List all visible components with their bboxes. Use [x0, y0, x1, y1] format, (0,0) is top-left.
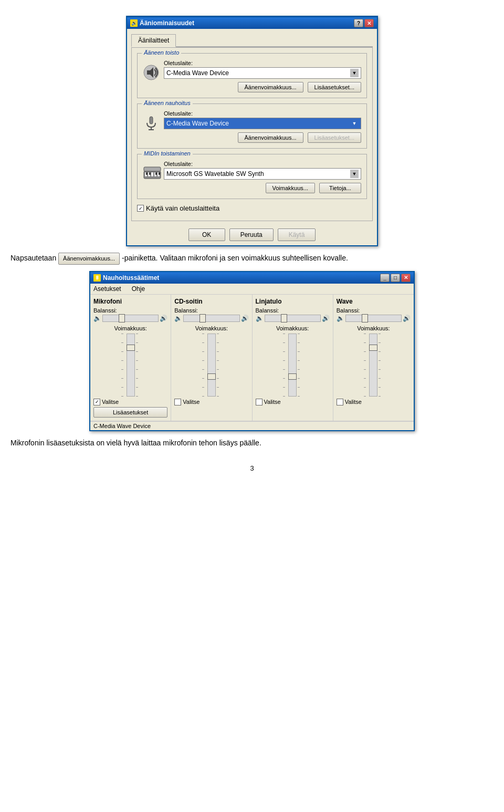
- tick-mark: [121, 396, 123, 397]
- recording-volume-button[interactable]: Äänenvoimakkuus...: [238, 132, 303, 143]
- midi-volume-button[interactable]: Voimakkuus...: [266, 183, 315, 193]
- tick-mark: [298, 342, 300, 343]
- volume-label: Voimakkuus:: [357, 325, 390, 331]
- group-midi: MIDIn toistaminen: [137, 154, 367, 199]
- group-recording: Ääneen nauhoitus Oletusla: [137, 103, 367, 149]
- volume-thumb: [207, 373, 216, 380]
- tick-mark: [298, 378, 300, 379]
- channel-checkbox[interactable]: [93, 399, 100, 405]
- tick-mark: [379, 396, 381, 397]
- right-speaker-icon: 🔊: [322, 315, 330, 322]
- balance-slider[interactable]: [345, 315, 402, 322]
- left-speaker-icon: 🔈: [93, 315, 101, 322]
- volume-area: Voimakkuus:: [337, 325, 411, 397]
- channel-checkbox-label: Valitse: [345, 399, 362, 405]
- channel-checkbox-row: Valitse: [174, 399, 248, 405]
- svg-rect-12: [149, 172, 151, 175]
- tick-mark: [298, 360, 300, 361]
- channel-mikrofoni: Mikrofoni Balanssi: 🔈 🔊 Voimakkuus:: [90, 295, 171, 421]
- tick-mark: [136, 396, 138, 397]
- tick-mark: [136, 351, 138, 352]
- channel-footer: Valitse: [174, 399, 248, 405]
- left-speaker-icon: 🔈: [256, 315, 264, 322]
- volume-label: Voimakkuus:: [114, 325, 146, 331]
- recording-dialog-icon: 🎚: [93, 274, 101, 282]
- playback-device-dropdown[interactable]: C-Media Wave Device ▼: [164, 67, 361, 79]
- tick-mark: [121, 369, 123, 370]
- menu-ohje[interactable]: Ohje: [131, 285, 146, 293]
- group-playback-inner: Oletuslaite: C-Media Wave Device ▼ Äänen…: [143, 60, 361, 92]
- left-speaker-icon: 🔈: [174, 315, 182, 322]
- channel-footer: Valitse: [337, 399, 411, 405]
- speaker-icon: [143, 64, 160, 81]
- tick-mark: [379, 378, 381, 379]
- tick-mark: [217, 334, 219, 334]
- tick-mark: [298, 351, 300, 352]
- volume-track[interactable]: [127, 334, 135, 397]
- channel-name: Wave: [337, 298, 411, 305]
- channel-checkbox[interactable]: [256, 399, 262, 405]
- channel-checkbox[interactable]: [174, 399, 181, 405]
- midi-device-dropdown[interactable]: Microsoft GS Wavetable SW Synth ▼: [164, 168, 361, 180]
- intro-suffix: -painiketta. Valitaan mikrofoni ja sen v…: [122, 254, 348, 262]
- volume-track[interactable]: [288, 334, 297, 397]
- close-button[interactable]: ✕: [364, 19, 374, 27]
- svg-rect-13: [155, 172, 157, 175]
- volume-label: Voimakkuus:: [276, 325, 309, 331]
- recording-maximize-button[interactable]: □: [391, 274, 400, 282]
- lisaasetukset-button[interactable]: Lisäasetukset: [93, 407, 167, 418]
- balance-slider[interactable]: [183, 315, 239, 322]
- footer-paragraph: Mikrofonin lisäasetuksista on vielä hyvä…: [10, 438, 494, 449]
- balance-thumb: [362, 314, 368, 322]
- balance-thumb: [119, 314, 125, 322]
- playback-dropdown-arrow: ▼: [350, 69, 359, 77]
- tick-mark: [202, 387, 204, 388]
- balance-slider[interactable]: [102, 315, 159, 322]
- help-button[interactable]: ?: [354, 19, 363, 27]
- channels-area: Mikrofoni Balanssi: 🔈 🔊 Voimakkuus:: [90, 295, 414, 421]
- channel-checkbox[interactable]: [337, 399, 343, 405]
- channel-name: Mikrofoni: [93, 298, 167, 305]
- tick-mark: [136, 334, 138, 334]
- recording-close-button[interactable]: ✕: [401, 274, 411, 282]
- tick-marks-left: [121, 334, 125, 397]
- status-bar: C-Media Wave Device: [90, 421, 414, 430]
- channel-checkbox-label: Valitse: [183, 399, 200, 405]
- balance-row: 🔈 🔊: [256, 315, 330, 322]
- recording-settings-button[interactable]: Lisäasetukset...: [308, 132, 361, 143]
- recording-minimize-button[interactable]: _: [380, 274, 390, 282]
- channel-linjatulo: Linjatulo Balanssi: 🔈 🔊 Voimakkuus:: [253, 295, 333, 421]
- tick-mark: [283, 334, 285, 334]
- midi-btn-row: Voimakkuus... Tietoja...: [164, 183, 361, 193]
- menu-asetukset[interactable]: Asetukset: [92, 285, 122, 293]
- tick-mark: [121, 334, 123, 334]
- balance-label: Balanssi:: [174, 307, 248, 314]
- playback-device-label: Oletuslaite:: [164, 60, 361, 66]
- apply-button[interactable]: Käytä: [278, 228, 316, 241]
- volume-track[interactable]: [369, 334, 377, 397]
- balance-label: Balanssi:: [256, 307, 330, 314]
- playback-volume-button[interactable]: Äänenvoimakkuus...: [238, 82, 303, 92]
- default-devices-checkbox[interactable]: [137, 205, 144, 212]
- volume-slider-wrapper: [283, 334, 302, 397]
- recording-device-dropdown[interactable]: C-Media Wave Device ▼: [164, 118, 361, 129]
- channel-name: Linjatulo: [256, 298, 330, 305]
- tab-strip: Äänilaitteet: [131, 33, 373, 47]
- cancel-button[interactable]: Peruuta: [229, 228, 274, 241]
- aaniominaisuudet-title-bar: 🔊 Ääniominaisuudet ? ✕: [127, 17, 377, 29]
- tab-aanilaitteet[interactable]: Äänilaitteet: [131, 34, 176, 47]
- inline-volume-button[interactable]: Äänenvoimakkuus...: [58, 253, 120, 265]
- tick-mark: [121, 342, 123, 343]
- tick-marks-left: [364, 334, 368, 397]
- playback-controls: Oletuslaite: C-Media Wave Device ▼ Äänen…: [164, 60, 361, 92]
- ok-button[interactable]: OK: [188, 228, 225, 241]
- playback-btn-row: Äänenvoimakkuus... Lisäasetukset...: [164, 82, 361, 92]
- intro-text: Napsautetaan: [10, 254, 56, 262]
- volume-track[interactable]: [207, 334, 216, 397]
- tick-mark: [136, 369, 138, 370]
- channel-name: CD-soitin: [174, 298, 248, 305]
- tick-mark: [136, 378, 138, 379]
- midi-info-button[interactable]: Tietoja...: [319, 183, 361, 193]
- playback-settings-button[interactable]: Lisäasetukset...: [308, 82, 361, 92]
- balance-slider[interactable]: [265, 315, 321, 322]
